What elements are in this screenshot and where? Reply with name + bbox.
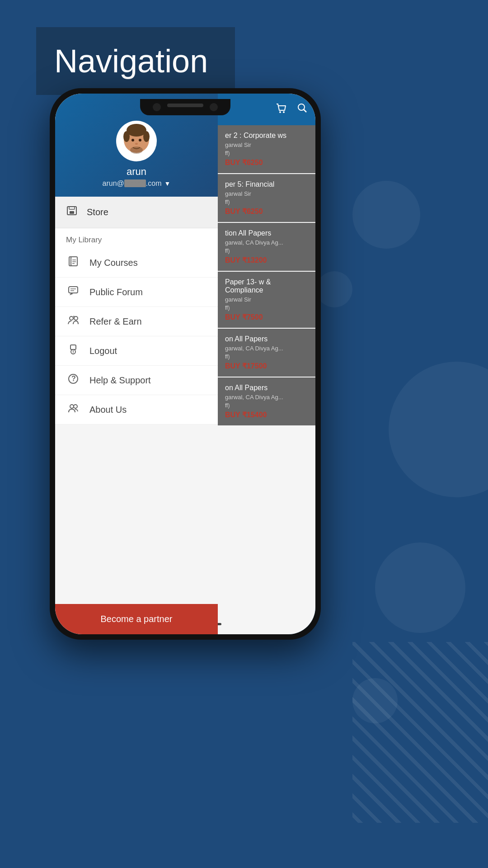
course-card-3[interactable]: Paper 13- w & Compliance garwal Sir ff) … bbox=[218, 272, 315, 328]
course-author-5: garwal, CA Divya Ag... bbox=[225, 394, 308, 401]
svg-point-2 bbox=[123, 131, 130, 142]
course-title-3: Paper 13- w & Compliance bbox=[225, 278, 308, 294]
main-header bbox=[218, 94, 315, 125]
course-discount-4: ff) bbox=[225, 354, 308, 360]
camera-left bbox=[153, 103, 161, 111]
courses-icon bbox=[66, 255, 80, 270]
svg-point-1 bbox=[127, 124, 146, 137]
navigation-drawer: arun arun@xxxxxx.com ▼ bbox=[55, 94, 218, 634]
course-discount-5: ff) bbox=[225, 402, 308, 409]
help-support-label: Help & Support bbox=[89, 375, 151, 386]
course-discount-3: ff) bbox=[225, 305, 308, 311]
course-discount-2: ff) bbox=[225, 248, 308, 254]
drawer-spacer bbox=[55, 425, 218, 604]
email-dropdown-arrow[interactable]: ▼ bbox=[164, 180, 171, 187]
course-card-0[interactable]: er 2 : Corporate ws garwal Sir ff) BUY ₹… bbox=[218, 125, 315, 173]
svg-point-3 bbox=[143, 131, 150, 142]
svg-rect-23 bbox=[70, 345, 76, 349]
store-label: Store bbox=[87, 207, 108, 217]
sidebar-item-my-courses[interactable]: My Courses bbox=[55, 248, 218, 278]
logout-label: Logout bbox=[89, 346, 117, 356]
course-author-4: garwal, CA Divya Ag... bbox=[225, 345, 308, 352]
svg-rect-12 bbox=[71, 257, 77, 266]
course-title-5: on All Papers bbox=[225, 384, 308, 392]
phone-notch bbox=[140, 99, 230, 115]
course-discount-1: ff) bbox=[225, 199, 308, 205]
logout-icon bbox=[66, 344, 80, 358]
sidebar-item-about-us[interactable]: About Us bbox=[55, 395, 218, 425]
my-library-section-label: My Library bbox=[55, 228, 218, 248]
avatar bbox=[116, 121, 157, 161]
course-title-0: er 2 : Corporate ws bbox=[225, 132, 308, 140]
course-card-2[interactable]: tion All Papers garwal, CA Divya Ag... f… bbox=[218, 223, 315, 271]
svg-point-32 bbox=[283, 111, 285, 113]
my-courses-label: My Courses bbox=[89, 258, 138, 268]
svg-point-19 bbox=[70, 316, 73, 320]
sidebar-item-help-support[interactable]: ? Help & Support bbox=[55, 366, 218, 395]
main-content-area: er 2 : Corporate ws garwal Sir ff) BUY ₹… bbox=[218, 94, 315, 634]
cart-icon[interactable] bbox=[275, 102, 287, 118]
svg-point-20 bbox=[74, 316, 78, 320]
refer-earn-label: Refer & Earn bbox=[89, 316, 142, 327]
course-card-1[interactable]: per 5: Financial garwal Sir ff) BUY ₹625… bbox=[218, 174, 315, 222]
course-card-5[interactable]: on All Papers garwal, CA Divya Ag... ff)… bbox=[218, 377, 315, 425]
nav-banner: Navigation bbox=[36, 27, 235, 95]
course-title-2: tion All Papers bbox=[225, 229, 308, 237]
svg-point-6 bbox=[135, 143, 138, 145]
about-us-label: About Us bbox=[89, 405, 127, 415]
course-title-4: on All Papers bbox=[225, 335, 308, 343]
svg-point-31 bbox=[279, 111, 281, 113]
refer-icon bbox=[66, 314, 80, 329]
course-author-0: garwal Sir bbox=[225, 142, 308, 148]
svg-point-29 bbox=[70, 405, 74, 408]
course-author-3: garwal Sir bbox=[225, 296, 308, 303]
phone-mockup: arun arun@xxxxxx.com ▼ bbox=[50, 88, 321, 821]
avatar-image bbox=[118, 123, 155, 159]
svg-line-34 bbox=[304, 109, 306, 112]
camera-right bbox=[210, 103, 218, 111]
become-partner-button[interactable]: Become a partner bbox=[55, 604, 218, 634]
svg-point-30 bbox=[74, 405, 77, 408]
course-price-4: BUY ₹17500 bbox=[225, 362, 308, 370]
svg-rect-10 bbox=[70, 211, 74, 214]
course-price-2: BUY ₹13200 bbox=[225, 256, 308, 264]
about-icon bbox=[66, 402, 80, 417]
store-icon bbox=[66, 205, 78, 220]
svg-point-7 bbox=[130, 146, 143, 154]
user-email: arun@xxxxxx.com bbox=[103, 179, 162, 188]
sidebar-item-logout[interactable]: Logout bbox=[55, 336, 218, 366]
svg-point-26 bbox=[73, 352, 74, 353]
svg-point-4 bbox=[131, 139, 134, 142]
search-icon[interactable] bbox=[296, 102, 308, 117]
course-discount-0: ff) bbox=[225, 150, 308, 156]
course-author-1: garwal Sir bbox=[225, 190, 308, 197]
sidebar-item-refer-earn[interactable]: Refer & Earn bbox=[55, 307, 218, 336]
svg-point-33 bbox=[298, 104, 305, 110]
svg-point-5 bbox=[139, 139, 141, 142]
course-card-4[interactable]: on All Papers garwal, CA Divya Ag... ff)… bbox=[218, 329, 315, 377]
speaker bbox=[167, 104, 203, 107]
course-list: er 2 : Corporate ws garwal Sir ff) BUY ₹… bbox=[218, 125, 315, 634]
public-forum-label: Public Forum bbox=[89, 287, 143, 297]
course-price-5: BUY ₹15400 bbox=[225, 410, 308, 419]
course-price-1: BUY ₹6250 bbox=[225, 207, 308, 216]
course-title-1: per 5: Financial bbox=[225, 180, 308, 189]
help-icon: ? bbox=[66, 373, 80, 387]
sidebar-item-public-forum[interactable]: Public Forum bbox=[55, 278, 218, 307]
course-price-3: BUY ₹7500 bbox=[225, 313, 308, 321]
svg-rect-16 bbox=[69, 287, 78, 293]
user-name: arun bbox=[127, 166, 146, 178]
course-author-2: garwal, CA Divya Ag... bbox=[225, 239, 308, 246]
course-price-0: BUY ₹6250 bbox=[225, 158, 308, 167]
svg-text:?: ? bbox=[71, 375, 76, 382]
store-nav-item[interactable]: Store bbox=[55, 197, 218, 228]
page-title: Navigation bbox=[54, 42, 208, 80]
forum-icon bbox=[66, 285, 80, 299]
